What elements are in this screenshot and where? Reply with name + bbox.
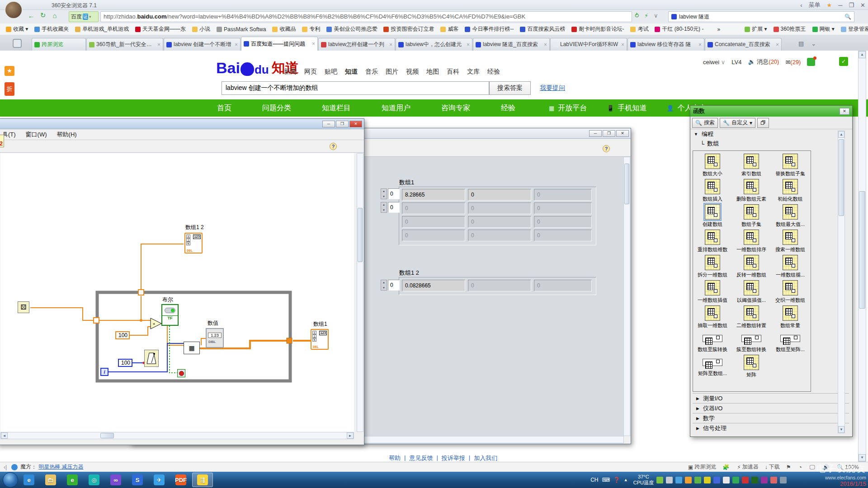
top-nav-link[interactable]: 百科 bbox=[447, 68, 459, 76]
palette-item[interactable]: 数组至簇转换 bbox=[693, 329, 732, 353]
tray-icon[interactable] bbox=[675, 477, 682, 483]
taskbar-app-button[interactable]: ◎ bbox=[84, 473, 104, 487]
palette-customize-button[interactable]: 🔧自定义▾ bbox=[720, 118, 755, 128]
status-tool[interactable]: ◔ bbox=[799, 464, 803, 470]
tray-icon[interactable] bbox=[732, 477, 739, 483]
top-nav-link[interactable]: 图片 bbox=[386, 68, 398, 76]
back-icon[interactable]: ← bbox=[25, 12, 37, 19]
array1-index-0[interactable]: 0 bbox=[388, 188, 400, 199]
palette-item[interactable]: 矩阵 bbox=[732, 353, 771, 378]
bd-array1-label[interactable]: 数组1 bbox=[313, 320, 327, 328]
bookmark-tool[interactable]: 登录管家 bbox=[838, 25, 868, 33]
bd-array1-indicator[interactable]: ijk 123 DBL bbox=[311, 329, 329, 350]
top-nav-link[interactable]: 视频 bbox=[406, 68, 419, 76]
array1-cell[interactable]: 8.28665 bbox=[402, 189, 465, 201]
search-icon[interactable]: 🔍 bbox=[844, 14, 851, 20]
search-answer-button[interactable]: 搜索答案 bbox=[489, 81, 531, 95]
palette-item[interactable]: 数组常量 bbox=[771, 304, 810, 329]
array1-cell[interactable]: 0 bbox=[534, 216, 592, 228]
green-nav-item[interactable]: 问题分类 bbox=[247, 99, 307, 117]
bd-array12-indicator[interactable]: ijk 123 DBL bbox=[184, 233, 203, 253]
tab-close-icon[interactable]: × bbox=[621, 42, 624, 48]
bd-array12-label[interactable]: 数组1 2 bbox=[185, 224, 204, 231]
status-left-links[interactable]: 明星热棒 减压力器 bbox=[38, 463, 83, 471]
green-nav-right-item[interactable]: 📱手机知道 bbox=[607, 103, 646, 113]
bd-help-icon[interactable]: ? bbox=[330, 143, 337, 150]
bookmark-item[interactable]: 收藏 ▾ bbox=[3, 25, 31, 33]
question-search-input[interactable] bbox=[222, 81, 489, 95]
taskbar-app-button[interactable]: ⇶ bbox=[192, 473, 213, 487]
bd-bool-control[interactable]: TF bbox=[161, 304, 179, 326]
bd-menu-item[interactable]: 具(T) bbox=[2, 131, 16, 139]
green-nav-item[interactable]: 知道栏目 bbox=[307, 99, 366, 117]
bookmark-item[interactable]: 投资围密会订立君 bbox=[380, 25, 437, 33]
array1-index-spinner-1[interactable]: ▲▼ bbox=[381, 202, 387, 213]
array1-cell[interactable]: 0 bbox=[468, 230, 531, 241]
palette-item[interactable]: 簇至数组转换 bbox=[732, 329, 771, 353]
fp-maximize-button[interactable]: ❐ bbox=[603, 130, 615, 137]
tray-icon[interactable] bbox=[656, 477, 663, 483]
favorite-star-icon[interactable]: ★ bbox=[827, 2, 832, 9]
bd-menu-item[interactable]: 窗口(W) bbox=[26, 131, 47, 139]
green-nav-item[interactable]: 咨询专家 bbox=[426, 99, 486, 117]
palette-item[interactable]: 二维数组转置 bbox=[732, 304, 771, 329]
palette-item[interactable]: 初始化数组 bbox=[771, 177, 810, 202]
palette-item[interactable]: 反转一维数组 bbox=[732, 253, 771, 278]
tab-list-icon[interactable]: ▤ bbox=[798, 40, 804, 47]
status-tool[interactable]: ⚡加速器 bbox=[737, 463, 758, 471]
array1-cell[interactable]: 0 bbox=[468, 202, 531, 214]
taskbar-app-button[interactable]: S bbox=[127, 473, 148, 487]
array1-cell[interactable]: 0 bbox=[468, 216, 531, 228]
array12-cell[interactable]: 0 bbox=[534, 280, 592, 291]
palette-scrollbar[interactable]: ▲ ▼ bbox=[838, 131, 845, 433]
mail-link[interactable]: ✉(29) bbox=[785, 59, 801, 66]
browser-tab[interactable]: labview怎样创建一个列 × bbox=[318, 38, 395, 51]
palette-item[interactable]: 搜索一维数组 bbox=[771, 228, 810, 253]
bookmark-item[interactable]: 百度搜索风云榜 bbox=[517, 25, 568, 33]
tab-close-icon[interactable]: × bbox=[235, 42, 238, 48]
palette-close-button[interactable]: ✕ bbox=[840, 108, 849, 115]
palette-category[interactable]: ▶ 信号处理 bbox=[693, 423, 849, 433]
browser-tab[interactable]: 360导航_新一代安全上网 × bbox=[86, 38, 163, 51]
maximize-button[interactable]: ❐ bbox=[849, 2, 854, 9]
palette-scrollbar-thumb[interactable] bbox=[839, 139, 844, 216]
bd-minimize-button[interactable]: ─ bbox=[322, 121, 335, 127]
tab-close-icon[interactable]: × bbox=[157, 42, 160, 48]
array1-label[interactable]: 数组1 bbox=[399, 178, 414, 187]
palette-titlebar[interactable]: 函数 ✕ bbox=[690, 106, 852, 117]
fp-help-icon[interactable]: ? bbox=[603, 145, 610, 152]
array1-cell[interactable]: 0 bbox=[402, 202, 465, 214]
array1-cell[interactable]: 0 bbox=[402, 230, 465, 241]
browser-tab[interactable]: labview 移位寄存器 隧 × bbox=[627, 38, 704, 51]
bd-numeric-label[interactable]: 数值 bbox=[208, 319, 218, 327]
palette-item[interactable]: 创建数组 bbox=[693, 202, 732, 228]
palette-tree-root[interactable]: ▼编程 bbox=[690, 129, 852, 139]
array1-cell[interactable]: 0 bbox=[468, 189, 531, 201]
palette-pin-button[interactable]: 🗇 bbox=[757, 118, 769, 128]
ask-question-link[interactable]: 我要提问 bbox=[540, 84, 565, 92]
tray-icon[interactable] bbox=[742, 477, 749, 483]
palette-item[interactable]: 数组最大值... bbox=[771, 202, 810, 228]
home-icon[interactable]: ⌂ bbox=[49, 12, 61, 19]
palette-item[interactable]: 替换数组子集 bbox=[771, 152, 810, 177]
url-dropdown-icon[interactable]: ∨ bbox=[654, 12, 658, 19]
browser-avatar[interactable] bbox=[5, 1, 23, 19]
bd-canvas[interactable]: × ⚄ 数组1 2 ijk 123 DBL 布尔 TF 数值 bbox=[0, 153, 354, 432]
taskbar-app-button[interactable]: e bbox=[62, 473, 83, 487]
footer-link[interactable]: 帮助 bbox=[389, 454, 401, 462]
palette-item[interactable]: 拆分一维数组 bbox=[693, 253, 732, 278]
side-star-badge[interactable]: ★ bbox=[5, 66, 14, 76]
status-tool[interactable]: ▣跨屏浏览 bbox=[688, 463, 716, 471]
top-nav-link[interactable]: 知道 bbox=[345, 68, 358, 76]
green-nav-item[interactable]: 经验 bbox=[486, 99, 531, 117]
green-nav-item[interactable]: 知道用户 bbox=[366, 99, 426, 117]
start-button[interactable] bbox=[3, 472, 18, 488]
bookmark-item[interactable]: 专利 bbox=[299, 25, 323, 33]
taskbar-app-button[interactable]: ∞ bbox=[105, 473, 126, 487]
green-nav-item[interactable]: 首页 bbox=[202, 99, 247, 117]
footer-link[interactable]: | bbox=[469, 454, 470, 462]
bookmark-item[interactable]: 天天基金网——东 bbox=[132, 25, 189, 33]
tray-icon[interactable] bbox=[780, 477, 787, 483]
tray-icon[interactable] bbox=[685, 477, 692, 483]
array1-cell[interactable]: 0 bbox=[534, 189, 592, 201]
